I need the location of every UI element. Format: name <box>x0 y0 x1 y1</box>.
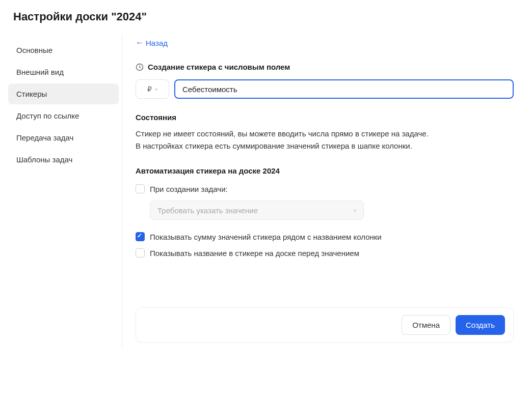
checkbox-show-name[interactable] <box>136 248 145 258</box>
chevron-down-icon: ▾ <box>354 208 356 213</box>
states-desc-line1: Стикер не имеет состояний, вы можете вво… <box>136 129 429 138</box>
checkbox-show-name-row: Показывать название в стикере на доске п… <box>136 248 514 258</box>
currency-symbol: ₽ <box>147 85 152 93</box>
sidebar-item-appearance[interactable]: Внешний вид <box>8 62 119 82</box>
footer-actions: Отмена Создать <box>136 307 514 343</box>
section-title-row: Создание стикера с числовым полем <box>136 63 514 71</box>
back-button[interactable]: Назад <box>136 39 168 47</box>
checkbox-show-name-label: Показывать название в стикере на доске п… <box>150 249 359 258</box>
clock-icon <box>136 63 144 71</box>
arrow-left-icon <box>136 40 143 47</box>
states-desc-line2: В настройках стикера есть суммирование з… <box>136 141 412 150</box>
sidebar-item-task-templates[interactable]: Шаблоны задач <box>8 149 119 170</box>
checkbox-show-sum-row: Показывать сумму значений стикера рядом … <box>136 232 514 241</box>
states-title: Состояния <box>136 113 514 122</box>
layout: Основные Внешний вид Стикеры Доступ по с… <box>0 35 532 348</box>
input-row: ₽ ▾ <box>136 79 514 99</box>
checkbox-show-sum[interactable] <box>136 232 145 241</box>
checkbox-on-create-row: При создании задачи: <box>136 184 514 193</box>
page-title: Настройки доски "2024" <box>13 10 519 23</box>
sticker-name-input[interactable] <box>174 79 514 99</box>
sidebar-item-link-access[interactable]: Доступ по ссылке <box>8 105 119 126</box>
chevron-down-icon: ▾ <box>155 87 157 92</box>
sidebar: Основные Внешний вид Стикеры Доступ по с… <box>5 35 122 348</box>
checkbox-on-create[interactable] <box>136 184 145 193</box>
currency-select[interactable]: ₽ ▾ <box>136 79 169 99</box>
checkbox-show-sum-label: Показывать сумму значений стикера рядом … <box>150 233 382 241</box>
cancel-button[interactable]: Отмена <box>402 315 450 335</box>
sidebar-item-task-transfer[interactable]: Передача задач <box>8 127 119 148</box>
automation-title: Автоматизация стикера на доске 2024 <box>136 166 514 175</box>
require-value-select: Требовать указать значение ▾ <box>150 201 364 220</box>
sidebar-item-general[interactable]: Основные <box>8 40 119 61</box>
main-content: Назад Создание стикера с числовым полем … <box>122 35 527 348</box>
sidebar-item-stickers[interactable]: Стикеры <box>8 83 119 104</box>
checkbox-on-create-label: При создании задачи: <box>150 185 228 193</box>
create-button[interactable]: Создать <box>456 315 505 335</box>
section-title-text: Создание стикера с числовым полем <box>148 63 290 71</box>
states-description: Стикер не имеет состояний, вы можете вво… <box>136 128 514 152</box>
back-label: Назад <box>146 39 168 47</box>
select-placeholder: Требовать указать значение <box>157 206 258 215</box>
page-header: Настройки доски "2024" <box>0 0 532 35</box>
